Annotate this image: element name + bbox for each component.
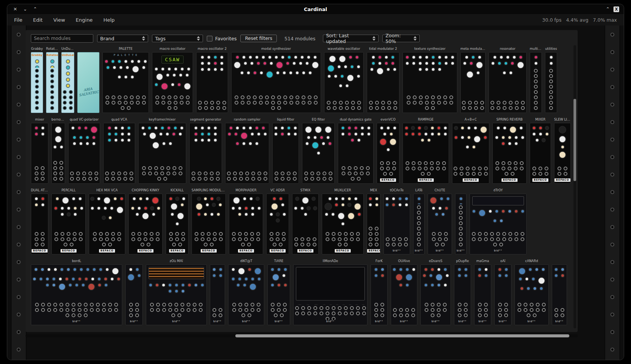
menu-view[interactable]: View [53, 17, 65, 23]
jack-icon [93, 237, 97, 241]
module-card-evenvco[interactable]: evenVCOBEFACO [377, 118, 399, 184]
module-card-zo-ma-[interactable]: zOù MAïbId°° [146, 259, 207, 325]
jack-icon [168, 95, 171, 99]
jack-icon [135, 308, 139, 312]
module-card-vc-adsr[interactable]: VC ADSRBEFACO [266, 188, 289, 254]
module-card-wavetable-oscillator[interactable]: wavetable oscillator [324, 47, 364, 113]
module-card-chopping-kinky[interactable]: CHOPPING KINKYBEFACO [128, 188, 163, 254]
module-card-modal-synthesizer[interactable]: modal synthesizer [231, 47, 321, 113]
module-card-liquid-filter[interactable]: liquid filter [272, 118, 299, 184]
module-card-bordl[interactable]: bordLbId°° [31, 259, 122, 325]
module-card-fork[interactable]: ForKbId°° [371, 259, 388, 325]
module-card-hex-mix-vca[interactable]: HEX MIX VCABEFACO [89, 188, 125, 254]
close-icon[interactable]: ✕ [13, 7, 17, 11]
horizontal-scrollbar-thumb[interactable] [235, 334, 569, 337]
module-card-canard[interactable]: cANARdbId°° [514, 259, 549, 325]
module-card-stmix[interactable]: STMIXBEFACO [292, 188, 319, 254]
module-card-undular[interactable]: UnDuLaRUnDuLaR [61, 47, 74, 113]
module-card-mixer[interactable]: mixer [31, 118, 48, 184]
module-card-macro-oscillator[interactable]: macro oscillatorCSAW [152, 47, 193, 113]
module-card-poupre[interactable]: pOupRebId°° [454, 259, 471, 325]
vertical-scrollbar-thumb[interactable] [573, 99, 576, 181]
module-card-grabby[interactable]: GrabbyGrabby [31, 47, 43, 113]
module-card-dikt-t[interactable]: dIKT@TbId°° [228, 259, 264, 325]
module-card-chute[interactable]: ChUTEbId°° [428, 188, 452, 254]
module-card-palette[interactable]: PALETTEP A L E T T E [102, 47, 149, 113]
brand-dropdown[interactable]: Brand [97, 35, 148, 42]
module-card-kickall[interactable]: KICKALLBEFACO [166, 188, 189, 254]
chevron-up-icon[interactable]: ⌃ [33, 7, 37, 11]
knob-icon [476, 61, 483, 69]
module-card-ouaive[interactable]: OUAIvebId°° [391, 259, 417, 325]
jack-icon [374, 313, 378, 317]
chevron-down-icon[interactable]: ⌄ [23, 7, 27, 11]
module-card-mixer[interactable]: MIXERBEFACO [530, 118, 551, 184]
module-card-blank[interactable]: bId°° [455, 188, 466, 254]
jack-icon [502, 232, 506, 236]
module-card-texture-synthesizer[interactable]: texture synthesizer [403, 47, 457, 113]
reset-filters-button[interactable]: Reset filters [240, 35, 277, 42]
module-panel: BEFACO [128, 194, 163, 254]
jack-icon [296, 101, 299, 105]
module-card-sampling-modulator[interactable]: SAMPLING MODULATORBEFACO [192, 188, 226, 254]
module-card-blank[interactable]: bId°° [210, 259, 225, 325]
module-card-percall[interactable]: PERCALLBEFACO [51, 188, 86, 254]
sort-dropdown[interactable]: Sort: Last updated [323, 35, 379, 42]
module-card-quad-vca[interactable]: quad VCA [103, 118, 135, 184]
module-card-segment-generator[interactable]: segment generator [189, 118, 222, 184]
menu-help[interactable]: Help [103, 17, 115, 23]
module-card-resonator[interactable]: resonator [489, 47, 527, 113]
module-card-rampage[interactable]: RAMPAGEBEFACO [403, 118, 449, 184]
favorites-checkbox[interactable] [207, 36, 212, 41]
module-card-tocante[interactable]: tOCAnTebId°° [383, 188, 410, 254]
jack-icon [150, 303, 154, 307]
menu-engine[interactable]: Engine [76, 17, 93, 23]
module-card-slew-limiter[interactable]: SLEW LIMITERBEFACO [554, 118, 571, 184]
module-card-blank[interactable]: ARIA SALVATRICE [77, 47, 99, 113]
module-card-multiples[interactable]: multiples [530, 47, 542, 113]
tags-dropdown[interactable]: Tags [152, 35, 203, 42]
vertical-scrollbar[interactable] [573, 45, 576, 328]
module-card-tiare[interactable]: TiAREbId°° [267, 259, 290, 325]
module-card-magma[interactable]: maGmabId°° [474, 259, 491, 325]
module-card-rotatoes[interactable]: RotatoesRotatoes [46, 47, 58, 113]
knob-icon [437, 283, 441, 287]
module-card-random-sampler[interactable]: random sampler [225, 118, 269, 184]
module-card-blank[interactable]: bId°° [552, 259, 567, 325]
module-card-a-b-c[interactable]: A+B+CBEFACO [452, 118, 489, 184]
menu-edit[interactable]: Edit [33, 17, 43, 23]
module-card-blank[interactable]: bId°° [125, 259, 143, 325]
zoom-dropdown[interactable]: Zoom: 50% [382, 35, 420, 42]
jack-icon [444, 237, 448, 241]
module-card-bernoulli-gate[interactable]: bernoulli gate [51, 118, 65, 184]
knob-icon [130, 59, 134, 64]
module-card-dtroy[interactable]: dTrOYbId°° [470, 188, 527, 254]
pin-icon[interactable]: ⌃ [606, 6, 610, 12]
search-input[interactable] [31, 34, 93, 43]
module-card-morphader[interactable]: MORPHADERBEFACO [229, 188, 263, 254]
module-card-mex[interactable]: MEXBEFACO [367, 188, 380, 254]
module-card-meta-modulator[interactable]: meta modulator [460, 47, 486, 113]
horizontal-scrollbar[interactable] [26, 334, 578, 337]
jack-icon [472, 172, 476, 176]
module-card-lat-[interactable]: LATébId°° [413, 188, 425, 254]
module-card-spring-reverb[interactable]: SPRING REVERBBEFACO [492, 118, 527, 184]
menubar: File Edit View Engine Help 30.0 fps 4.4%… [7, 14, 624, 25]
module-card-oa-[interactable]: oAïbId°° [494, 259, 511, 325]
module-name: MUXLICER [322, 188, 364, 193]
module-card-muxlicer[interactable]: MUXLICERBEFACO [322, 188, 364, 254]
module-card-quad-vc-polarizer[interactable]: quad VC-polarizer [68, 118, 100, 184]
module-card-dual-attenuverter[interactable]: DUAL ATTENUVERTERBEFACO [31, 188, 48, 254]
module-card-dual-dynamics-gate[interactable]: dual dynamics gate [338, 118, 374, 184]
module-card-eq-filter[interactable]: EQ filter [302, 118, 335, 184]
module-panel [272, 123, 299, 184]
module-card-tidal-modulator-2[interactable]: tidal modulator 2 [367, 47, 399, 113]
module-card-edsaros[interactable]: eDsaroSbId°° [420, 259, 451, 325]
module-card-keyframer-mixer[interactable]: keyframer/mixer [138, 118, 186, 184]
jack-icon [142, 166, 146, 170]
module-card-macro-oscillator-2[interactable]: macro oscillator 2 [196, 47, 228, 113]
menu-file[interactable]: File [14, 17, 22, 23]
knob-icon [257, 132, 261, 136]
module-card-utilities[interactable]: utilities [545, 47, 557, 113]
module-card-limonade[interactable]: lIMonADebId°° [293, 259, 367, 325]
